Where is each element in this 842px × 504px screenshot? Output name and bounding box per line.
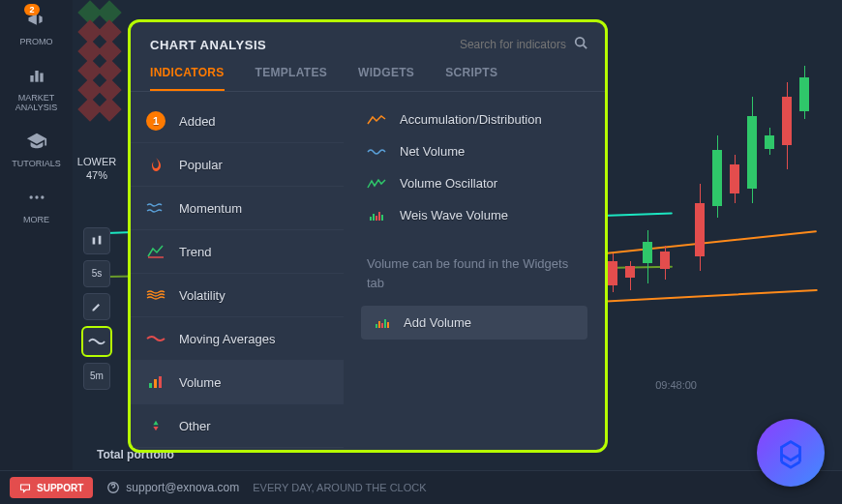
waves-icon xyxy=(146,198,165,218)
category-trend[interactable]: Trend xyxy=(131,230,344,274)
category-added[interactable]: 1 Added xyxy=(131,100,344,143)
other-icon xyxy=(146,416,165,435)
indicator-weis-wave[interactable]: Weis Wave Volume xyxy=(361,199,587,231)
weis-bars-icon xyxy=(367,209,386,222)
indicator-accumulation-distribution[interactable]: Accumulation/Distribution xyxy=(361,104,587,135)
category-label: Popular xyxy=(179,158,223,172)
volume-bars-icon xyxy=(146,372,165,392)
svg-rect-20 xyxy=(384,319,386,328)
sidebar-label: MORE xyxy=(23,215,49,224)
category-label: Trend xyxy=(179,245,211,259)
svg-rect-13 xyxy=(373,214,375,221)
svg-rect-16 xyxy=(381,215,383,221)
tab-templates[interactable]: TEMPLATES xyxy=(256,66,327,91)
indicator-label: Weis Wave Volume xyxy=(400,208,508,222)
svg-rect-1 xyxy=(35,71,38,82)
chart-toolbar: LOWER 47% 5s 5m xyxy=(82,155,111,390)
svg-rect-11 xyxy=(159,376,162,388)
pencil-tool-button[interactable] xyxy=(83,293,110,320)
flame-icon xyxy=(146,155,165,174)
category-popular[interactable]: Popular xyxy=(131,143,344,187)
sidebar-item-promo[interactable]: 2 PROMO xyxy=(19,8,52,46)
category-label: Moving Averages xyxy=(179,332,276,346)
chart-analysis-popover: CHART ANALYSIS INDICATORS TEMPLATES WIDG… xyxy=(128,19,608,453)
svg-rect-17 xyxy=(376,324,377,328)
sidebar-item-tutorials[interactable]: TUTORIALS xyxy=(12,130,60,168)
bottom-bar: SUPPORT support@exnova.com EVERY DAY, AR… xyxy=(0,470,842,504)
svg-point-8 xyxy=(576,38,585,46)
indicator-label: Net Volume xyxy=(400,144,465,159)
add-volume-button[interactable]: Add Volume xyxy=(361,306,587,340)
indicator-label: Volume Oscillator xyxy=(400,176,497,191)
added-count-badge: 1 xyxy=(146,111,165,131)
support-button[interactable]: SUPPORT xyxy=(10,477,93,498)
category-label: Volatility xyxy=(179,288,226,303)
category-momentum[interactable]: Momentum xyxy=(131,187,344,230)
volatility-icon xyxy=(146,285,165,305)
left-sidebar: 2 PROMO MARKET ANALYSIS TUTORIALS MORE xyxy=(0,0,73,503)
category-other[interactable]: Other xyxy=(131,404,344,448)
indicators-tool-button[interactable] xyxy=(81,326,112,357)
tab-widgets[interactable]: WIDGETS xyxy=(358,66,414,91)
sidebar-item-market[interactable]: MARKET ANALYSIS xyxy=(0,64,73,112)
dots-icon xyxy=(25,186,48,209)
lower-label: LOWER 47% xyxy=(77,155,116,183)
promo-badge: 2 xyxy=(24,4,39,15)
category-label: Added xyxy=(179,114,216,129)
category-label: Volume xyxy=(179,375,221,390)
tab-indicators[interactable]: INDICATORS xyxy=(150,66,225,91)
candlestick-group xyxy=(590,58,832,348)
line-icon xyxy=(367,113,386,127)
volume-bars-icon xyxy=(373,316,392,330)
svg-rect-19 xyxy=(381,323,383,328)
chart-time: 09:48:00 xyxy=(655,379,697,391)
svg-rect-2 xyxy=(40,74,43,82)
trend-icon xyxy=(146,242,165,261)
sidebar-label: PROMO xyxy=(19,37,52,46)
support-email[interactable]: support@exnova.com xyxy=(106,481,239,494)
search-icon[interactable] xyxy=(574,36,587,53)
search-input[interactable] xyxy=(440,38,566,51)
indicator-volume-oscillator[interactable]: Volume Oscillator xyxy=(361,167,587,199)
category-label: Other xyxy=(179,419,211,433)
tab-scripts[interactable]: SCRIPTS xyxy=(445,66,497,91)
svg-rect-10 xyxy=(154,379,157,388)
svg-rect-12 xyxy=(370,217,372,221)
add-volume-label: Add Volume xyxy=(404,315,471,330)
svg-rect-6 xyxy=(93,237,96,244)
svg-rect-18 xyxy=(378,321,380,328)
svg-point-3 xyxy=(29,195,32,198)
indicator-panel: Accumulation/Distribution Net Volume Vol… xyxy=(344,92,605,440)
graduation-cap-icon xyxy=(25,130,48,153)
category-label: Momentum xyxy=(179,201,242,216)
category-list: 1 Added Popular Momentum Trend Volatilit… xyxy=(131,92,344,440)
support-hours: EVERY DAY, AROUND THE CLOCK xyxy=(253,482,426,493)
sidebar-label: MARKET ANALYSIS xyxy=(0,93,73,112)
indicator-label: Accumulation/Distribution xyxy=(400,112,542,127)
svg-point-4 xyxy=(35,195,38,198)
category-moving-averages[interactable]: Moving Averages xyxy=(131,317,344,361)
svg-rect-21 xyxy=(387,322,389,328)
svg-rect-14 xyxy=(376,216,377,221)
sidebar-item-more[interactable]: MORE xyxy=(23,186,49,224)
oscillator-icon xyxy=(367,177,386,191)
svg-rect-7 xyxy=(99,235,102,244)
widget-hint: Volume can be found in the Widgets tab xyxy=(361,231,587,306)
brand-logo[interactable] xyxy=(757,419,825,487)
category-volatility[interactable]: Volatility xyxy=(131,274,344,317)
svg-rect-15 xyxy=(378,212,380,221)
indicator-net-volume[interactable]: Net Volume xyxy=(361,135,587,167)
bar-chart-icon xyxy=(25,64,48,87)
support-label: SUPPORT xyxy=(37,483,83,493)
svg-point-5 xyxy=(41,195,44,198)
svg-rect-0 xyxy=(30,75,33,82)
moving-avg-icon xyxy=(146,329,165,348)
sidebar-label: TUTORIALS xyxy=(12,159,60,168)
svg-rect-9 xyxy=(149,383,152,388)
candlestick-type-button[interactable] xyxy=(83,227,110,254)
timeframe-5s-button[interactable]: 5s xyxy=(83,260,110,287)
diamond-pattern xyxy=(75,0,134,155)
timeframe-5m-button[interactable]: 5m xyxy=(83,363,110,390)
net-volume-icon xyxy=(367,145,386,159)
category-volume[interactable]: Volume xyxy=(131,361,344,404)
